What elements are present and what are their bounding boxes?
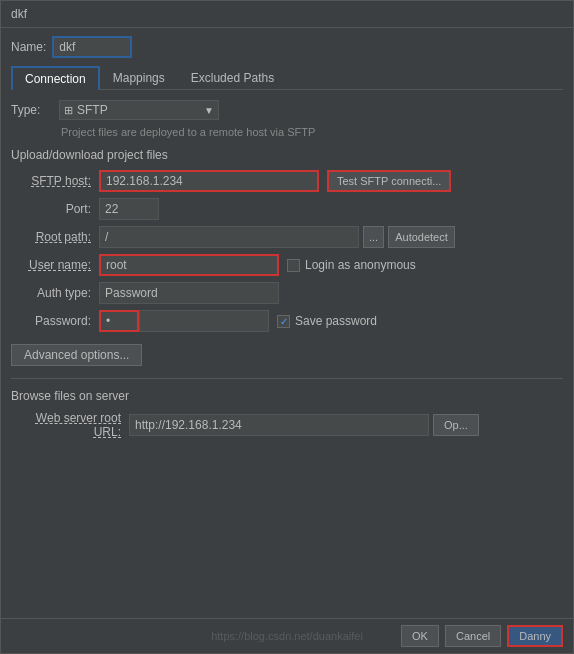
auth-type-row: Auth type: — [11, 282, 563, 304]
dialog-footer: https://blog.csdn.net/duankaifei OK Canc… — [1, 618, 573, 653]
save-password-checkbox-label[interactable]: Save password — [277, 314, 377, 328]
type-value: SFTP — [77, 103, 200, 117]
browse-section-title: Browse files on server — [11, 389, 563, 403]
type-select[interactable]: ⊞ SFTP ▼ — [59, 100, 219, 120]
root-path-label: Root path: — [11, 230, 91, 244]
type-label: Type: — [11, 103, 51, 117]
port-row: Port: — [11, 198, 563, 220]
test-sftp-button[interactable]: Test SFTP connecti... — [327, 170, 451, 192]
sftp-host-label: SFTP host: — [11, 174, 91, 188]
advanced-section: Advanced options... — [11, 344, 563, 366]
anonymous-checkbox-row: Login as anonymous — [287, 258, 416, 272]
web-url-label: Web server root URL: — [11, 411, 121, 439]
save-password-label-text: Save password — [295, 314, 377, 328]
tab-bar: Connection Mappings Excluded Paths — [11, 66, 563, 90]
auth-type-input[interactable] — [99, 282, 279, 304]
browse-root-button[interactable]: ... — [363, 226, 384, 248]
name-input[interactable] — [52, 36, 132, 58]
sftp-icon: ⊞ — [64, 104, 73, 117]
dialog-content: Name: Connection Mappings Excluded Paths… — [1, 28, 573, 618]
cancel-button[interactable]: Cancel — [445, 625, 501, 647]
autodetect-button[interactable]: Autodetect — [388, 226, 455, 248]
username-input[interactable] — [99, 254, 279, 276]
port-input[interactable] — [99, 198, 159, 220]
sftp-host-row: SFTP host: Test SFTP connecti... — [11, 170, 563, 192]
type-description: Project files are deployed to a remote h… — [61, 126, 563, 138]
danny-button[interactable]: Danny — [507, 625, 563, 647]
root-path-row: Root path: ... Autodetect — [11, 226, 563, 248]
username-row: User name: Login as anonymous — [11, 254, 563, 276]
type-row: Type: ⊞ SFTP ▼ — [11, 100, 563, 120]
tab-excluded-paths[interactable]: Excluded Paths — [178, 66, 287, 90]
port-label: Port: — [11, 202, 91, 216]
dialog: dkf Name: Connection Mappings Excluded P… — [0, 0, 574, 654]
anonymous-checkbox-label[interactable]: Login as anonymous — [287, 258, 416, 272]
sftp-host-input[interactable] — [99, 170, 319, 192]
advanced-options-button[interactable]: Advanced options... — [11, 344, 142, 366]
password-row: Password: Save password — [11, 310, 563, 332]
host-row-right: Test SFTP connecti... — [319, 170, 451, 192]
anonymous-label-text: Login as anonymous — [305, 258, 416, 272]
name-label: Name: — [11, 40, 46, 54]
tab-mappings[interactable]: Mappings — [100, 66, 178, 90]
dialog-title: dkf — [11, 7, 27, 21]
root-path-input[interactable] — [99, 226, 359, 248]
open-url-button[interactable]: Op... — [433, 414, 479, 436]
footer-watermark: https://blog.csdn.net/duankaifei — [211, 630, 363, 642]
title-bar: dkf — [1, 1, 573, 28]
anonymous-checkbox[interactable] — [287, 259, 300, 272]
name-row: Name: — [11, 36, 563, 58]
web-server-url-row: Web server root URL: Op... — [11, 411, 563, 439]
username-label: User name: — [11, 258, 91, 272]
web-url-input[interactable] — [129, 414, 429, 436]
divider — [11, 378, 563, 379]
browse-section: Browse files on server Web server root U… — [11, 389, 563, 439]
password-label: Password: — [11, 314, 91, 328]
password-input[interactable] — [99, 310, 139, 332]
upload-section-title: Upload/download project files — [11, 148, 563, 162]
ok-button[interactable]: OK — [401, 625, 439, 647]
auth-type-label: Auth type: — [11, 286, 91, 300]
dropdown-arrow-icon: ▼ — [204, 105, 214, 116]
password-rest-input[interactable] — [139, 310, 269, 332]
save-password-checkbox[interactable] — [277, 315, 290, 328]
save-password-checkbox-row: Save password — [277, 314, 377, 328]
tab-connection[interactable]: Connection — [11, 66, 100, 90]
